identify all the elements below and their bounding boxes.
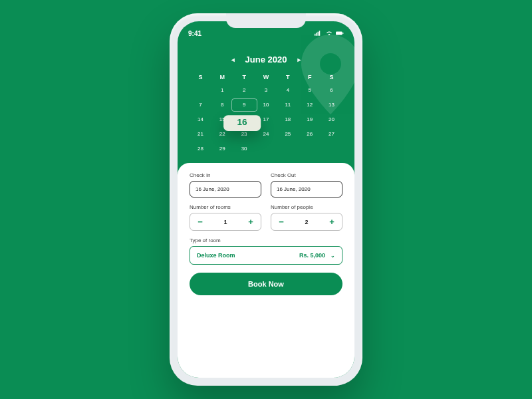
- calendar-day[interactable]: 26: [299, 130, 321, 139]
- calendar-day[interactable]: 3: [255, 86, 277, 95]
- roomtype-value: Deluxe Room: [197, 252, 235, 259]
- calendar-day: [255, 144, 277, 154]
- calendar-day[interactable]: 4: [277, 86, 299, 95]
- calendar-day[interactable]: 19: [299, 115, 321, 124]
- calendar-day[interactable]: 6: [321, 86, 342, 95]
- checkin-label: Check In: [190, 172, 261, 178]
- calendar-day[interactable]: 14: [190, 115, 211, 124]
- people-minus-button[interactable]: −: [277, 217, 286, 227]
- roomtype-select[interactable]: Deluxe Room Rs. 5,000 ⌄: [190, 246, 342, 265]
- month-label: June 2020: [245, 55, 287, 65]
- calendar-day[interactable]: 23: [233, 130, 255, 139]
- phone-frame: 9:41 ◄ June 2020 ► SMTWTFS12345678910111…: [170, 13, 362, 386]
- booking-form: Check In 16 June, 2020 Check Out 16 June…: [178, 163, 354, 378]
- chevron-down-icon: ⌄: [331, 253, 335, 259]
- calendar-day[interactable]: 27: [321, 130, 342, 139]
- calendar-day[interactable]: 12: [299, 100, 321, 110]
- svg-rect-6: [342, 33, 343, 34]
- calendar: ◄ June 2020 ► SMTWTFS1234567891011121314…: [178, 40, 354, 163]
- calendar-day[interactable]: 7: [190, 100, 211, 110]
- people-value: 2: [305, 219, 308, 225]
- calendar-day: [299, 144, 321, 154]
- calendar-day[interactable]: 20: [321, 115, 342, 124]
- checkin-field: Check In 16 June, 2020: [190, 172, 261, 198]
- calendar-dow: T: [233, 74, 255, 80]
- calendar-day: [190, 86, 211, 95]
- calendar-day[interactable]: 8: [211, 100, 233, 110]
- calendar-day[interactable]: 29: [211, 144, 233, 154]
- checkout-field: Check Out 16 June, 2020: [271, 172, 342, 198]
- status-time: 9:41: [188, 30, 201, 37]
- screen: 9:41 ◄ June 2020 ► SMTWTFS12345678910111…: [178, 21, 354, 378]
- calendar-day[interactable]: 11: [277, 100, 299, 110]
- checkin-input[interactable]: 16 June, 2020: [190, 181, 261, 198]
- people-plus-button[interactable]: +: [327, 217, 336, 227]
- calendar-dow: S: [321, 74, 342, 80]
- rooms-value: 1: [223, 219, 227, 225]
- checkout-label: Check Out: [271, 172, 342, 178]
- calendar-day[interactable]: 13: [321, 100, 342, 110]
- next-month-button[interactable]: ►: [296, 57, 302, 63]
- calendar-day[interactable]: 21: [190, 130, 211, 139]
- calendar-day[interactable]: 5: [299, 86, 321, 95]
- calendar-day[interactable]: 10: [255, 100, 277, 110]
- people-stepper: − 2 +: [271, 213, 342, 231]
- roomtype-field: Type of room Deluxe Room Rs. 5,000 ⌄: [190, 237, 342, 265]
- calendar-day[interactable]: 24: [255, 130, 277, 139]
- rooms-stepper: − 1 +: [190, 213, 261, 231]
- rooms-minus-button[interactable]: −: [196, 217, 205, 227]
- calendar-day: [321, 144, 342, 154]
- calendar-dow: F: [299, 74, 321, 80]
- calendar-grid: SMTWTFS123456789101112131415161718192021…: [190, 74, 342, 154]
- calendar-day[interactable]: 30: [233, 144, 255, 154]
- book-button[interactable]: Book Now: [190, 273, 342, 295]
- people-field: Number of people − 2 +: [271, 204, 342, 231]
- calendar-day[interactable]: 18: [277, 115, 299, 124]
- calendar-day: [277, 144, 299, 154]
- calendar-dow: W: [255, 74, 277, 80]
- calendar-day[interactable]: 1: [211, 86, 233, 95]
- calendar-dow: S: [190, 74, 211, 80]
- rooms-plus-button[interactable]: +: [246, 217, 255, 227]
- roomtype-label: Type of room: [190, 237, 342, 243]
- phone-notch: [226, 13, 306, 28]
- calendar-day[interactable]: 22: [211, 130, 233, 139]
- rooms-field: Number of rooms − 1 +: [190, 204, 261, 231]
- calendar-dow: M: [211, 74, 233, 80]
- calendar-dow: T: [277, 74, 299, 80]
- prev-month-button[interactable]: ◄: [230, 57, 236, 63]
- checkout-input[interactable]: 16 June, 2020: [271, 181, 342, 198]
- calendar-day[interactable]: 25: [277, 130, 299, 139]
- calendar-day[interactable]: 9: [233, 100, 255, 110]
- calendar-day[interactable]: 2: [233, 86, 255, 95]
- rooms-label: Number of rooms: [190, 204, 261, 210]
- roomtype-price: Rs. 5,000: [299, 252, 325, 259]
- people-label: Number of people: [271, 204, 342, 210]
- calendar-day[interactable]: 16: [223, 115, 261, 131]
- calendar-day[interactable]: 28: [190, 144, 211, 154]
